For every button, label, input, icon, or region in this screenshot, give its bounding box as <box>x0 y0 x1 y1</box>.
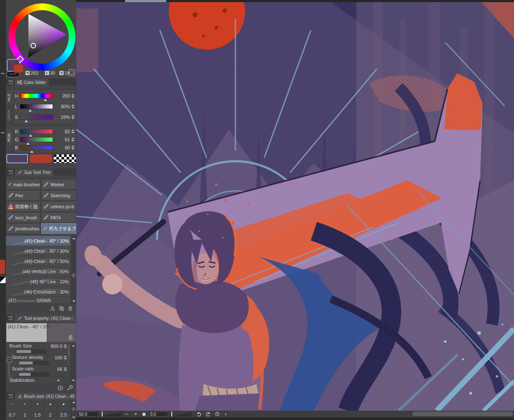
brush-item-47[interactable]: (47) ------------ GRAIN SHADER <box>6 297 70 304</box>
sub-tool-tab[interactable]: Sub Tool: Pen <box>15 169 53 176</box>
subtool-sukima[interactable]: 隙間無く囲 <box>6 201 40 212</box>
g-stepper[interactable] <box>71 137 75 142</box>
unlock-icon[interactable] <box>68 334 73 340</box>
subtool-celines[interactable]: celines ps b <box>41 201 76 212</box>
color-set-red-swatch[interactable] <box>0 260 5 274</box>
tool-property-scrollbar[interactable] <box>70 343 76 383</box>
s-slider[interactable] <box>20 115 53 120</box>
zoom-slider-thumb[interactable] <box>102 412 103 417</box>
tool-property-tab[interactable]: Tool property: (41) Clean - <box>15 315 76 322</box>
size-0.7[interactable]: 0.7 <box>6 400 19 420</box>
brush-size-slider[interactable] <box>16 350 47 353</box>
stabilization-stepper[interactable] <box>57 379 61 381</box>
zoom-slider[interactable] <box>99 412 122 417</box>
brush-list-scrollbar[interactable] <box>71 236 76 304</box>
texture-density-stepper[interactable] <box>64 356 67 360</box>
rotation-slider-thumb[interactable] <box>171 412 172 417</box>
subtool-pate[interactable]: PATé <box>41 212 76 223</box>
rotation-value-field[interactable]: 0.0 <box>148 412 168 417</box>
secondary-color-swatch[interactable] <box>13 64 24 73</box>
transparent-color-swatch[interactable] <box>54 154 76 163</box>
size-1.5[interactable]: 1.5 <box>31 400 44 420</box>
rotation-slider[interactable] <box>169 412 192 417</box>
scale-ratio-stepper[interactable] <box>64 367 67 371</box>
panel-menu-icon[interactable] <box>8 80 13 84</box>
reset-defaults-icon[interactable] <box>57 385 64 391</box>
tab-hls[interactable]: HLS <box>7 90 14 106</box>
subtool-kuchisaseru-selected[interactable]: 朽ちさせるブ <box>41 223 76 234</box>
panel-handle[interactable] <box>1 132 5 133</box>
canvas-artwork[interactable] <box>76 2 514 411</box>
subtool-main-brushes[interactable]: main brushes <box>6 179 40 190</box>
horizontal-scrollbar-thumb[interactable] <box>412 412 513 416</box>
tab-rgb[interactable]: RGB <box>7 128 14 147</box>
size-2.5[interactable]: 2.5 <box>57 400 71 420</box>
main-color-swatch[interactable] <box>6 154 28 163</box>
sub-tool-header: Sub Tool: Pen <box>6 168 76 176</box>
color-slider-title: Color Slider <box>24 80 46 85</box>
collapse-toolbar-icon[interactable]: ‹ <box>222 411 229 417</box>
brush-size-scrollbar[interactable] <box>71 400 76 420</box>
size-label: 1.5 <box>31 412 44 417</box>
brush-item-42[interactable]: (42) Clean - 45° / 30% <box>6 246 70 256</box>
subtool-sketching[interactable]: Sketching <box>41 190 76 201</box>
subtool-pen[interactable]: Pen <box>6 190 40 201</box>
reset-view-icon[interactable] <box>215 412 220 417</box>
r-stepper[interactable] <box>71 129 75 134</box>
fit-to-screen-button[interactable] <box>142 413 145 416</box>
color-slider-tab[interactable]: Color Slider <box>15 79 49 86</box>
size-1[interactable]: 1 <box>19 400 31 420</box>
panel-handle[interactable] <box>1 73 5 74</box>
default-colors-icon[interactable] <box>0 276 6 283</box>
scroll-up-icon[interactable] <box>72 238 75 239</box>
duplicate-icon[interactable] <box>59 305 64 311</box>
scale-ratio-slider[interactable] <box>19 372 49 376</box>
h-label: H <box>15 93 20 98</box>
scroll-down-icon[interactable] <box>72 417 75 418</box>
redo-icon[interactable] <box>205 412 211 417</box>
brush-preview-box[interactable]: (41) Clean - 45° / 10% <box>6 323 76 342</box>
subtool-marker[interactable]: Marker <box>41 179 76 190</box>
brush-item-46[interactable]: (46) Crosshatch - 30% <box>6 287 70 297</box>
s-stepper[interactable] <box>71 115 75 119</box>
trash-icon[interactable] <box>67 305 73 311</box>
scroll-thumb[interactable] <box>72 407 75 411</box>
texture-density-slider[interactable] <box>19 361 49 365</box>
brush-item-41[interactable]: (41) Clean - 45° / 10% <box>6 236 70 246</box>
brush-item-43[interactable]: (43) Clean - 45° / 50% <box>6 256 70 266</box>
panel-menu-icon[interactable] <box>8 170 13 174</box>
brush-size-stepper[interactable] <box>64 344 67 348</box>
b-stepper[interactable] <box>71 146 75 150</box>
g-slider[interactable] <box>20 137 53 142</box>
sub-color-swatch[interactable] <box>30 154 52 163</box>
bottom-strip <box>76 417 514 420</box>
tab-cmyk[interactable]: CMYK <box>7 106 14 124</box>
zoom-value-field[interactable]: 50.0 <box>77 412 98 417</box>
undo-icon[interactable] <box>196 412 202 417</box>
wrench-icon[interactable] <box>67 385 73 391</box>
panel-menu-icon[interactable] <box>8 316 13 320</box>
l-slider[interactable] <box>20 104 53 109</box>
r-slider[interactable] <box>20 129 53 134</box>
subtool-jensbrushes[interactable]: jensbrushes <box>6 223 40 234</box>
brush-size-tab[interactable]: Brush size: (41) Clean - 45 <box>15 393 76 400</box>
scroll-up-icon[interactable] <box>72 401 75 403</box>
zoom-in-button[interactable]: + <box>132 411 139 417</box>
panel-menu-icon[interactable] <box>8 394 13 398</box>
import-icon[interactable] <box>50 305 56 311</box>
scroll-up-icon[interactable] <box>72 345 75 347</box>
brush-item-45[interactable]: (45) 45° Line - 10% <box>6 277 70 287</box>
brush-item-44[interactable]: (44) Vertical Line - 50% <box>6 266 70 277</box>
scroll-down-icon[interactable] <box>72 380 75 381</box>
l-stepper[interactable] <box>71 104 75 109</box>
subtool-luco-brush[interactable]: luco_brush <box>6 212 40 223</box>
zoom-out-button[interactable]: − <box>123 411 130 417</box>
h-slider[interactable] <box>20 93 53 98</box>
h-stepper[interactable] <box>71 94 75 98</box>
color-picker-cursor[interactable] <box>31 43 36 48</box>
b-slider[interactable] <box>20 145 53 150</box>
scroll-thumb[interactable] <box>72 273 75 277</box>
scroll-down-icon[interactable] <box>72 300 75 302</box>
wheel-shape-toggle-icon[interactable] <box>68 69 75 76</box>
size-2[interactable]: 2 <box>44 400 57 420</box>
